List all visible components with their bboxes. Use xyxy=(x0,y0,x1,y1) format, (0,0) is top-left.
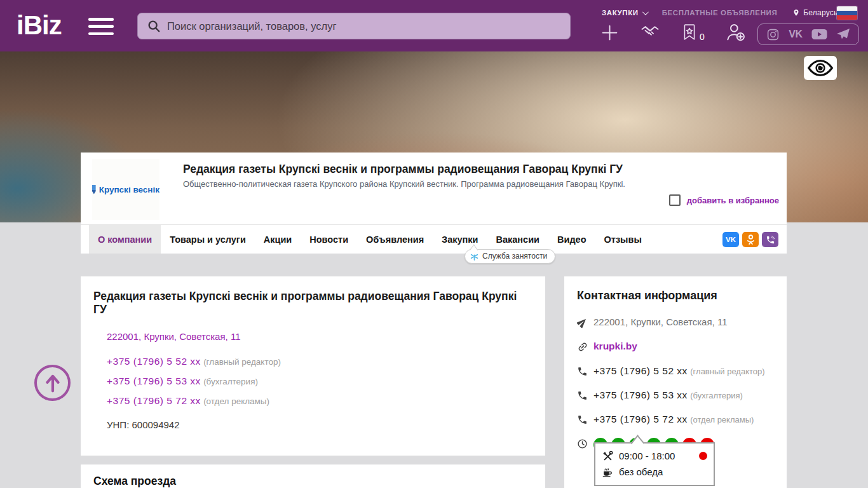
contact-phone-row: +375 (1796) 5 53 xx (бухгалтерия) xyxy=(577,390,774,403)
contact-phone: +375 (1796) 5 52 xx xyxy=(593,365,688,376)
tab-video[interactable]: Видео xyxy=(548,225,595,254)
phone-label: (отдел рекламы) xyxy=(690,415,754,424)
contact-website-row: krupki.by xyxy=(577,341,774,355)
phone-label: (отдел рекламы) xyxy=(203,396,269,406)
about-title: Редакция газеты Крупскі веснік и програм… xyxy=(93,290,526,317)
company-subtitle: Общественно-политическая газета Крупског… xyxy=(183,179,625,189)
schedule-lunch: без обеда xyxy=(619,466,663,477)
zakupki-menu[interactable]: ЗАКУПКИ xyxy=(602,9,647,17)
phone-label: (бухгалтерия) xyxy=(690,391,743,400)
country-selector[interactable]: Беларусь xyxy=(792,8,837,17)
contact-phone: +375 (1796) 5 72 xx xyxy=(593,414,688,424)
add-plus-icon[interactable] xyxy=(600,24,619,42)
ok-person-icon xyxy=(747,234,755,245)
schedule-lunch-row: без обеда xyxy=(602,464,707,480)
youtube-icon[interactable] xyxy=(811,29,827,40)
tab-promos[interactable]: Акции xyxy=(255,225,301,254)
coffee-cup-icon xyxy=(602,466,613,478)
vk-icon[interactable]: VK xyxy=(789,29,802,40)
instagram-icon[interactable] xyxy=(766,28,780,41)
favorites-count: 0 xyxy=(700,32,705,42)
about-phone-row: +375 (1796) 5 53 xx (бухгалтерия) xyxy=(107,376,532,387)
tools-icon xyxy=(602,451,613,462)
closed-now-indicator xyxy=(699,452,707,460)
company-title: Редакция газеты Крупскі веснік и програм… xyxy=(183,163,623,176)
viber-phone-icon xyxy=(766,235,775,245)
favorite-checkbox[interactable] xyxy=(669,194,681,206)
employment-service-badge[interactable]: Служба занятости xyxy=(465,249,555,264)
tab-products[interactable]: Товары и услуги xyxy=(161,225,255,254)
contact-phone-row: +375 (1796) 5 52 xx (главный редактор) xyxy=(577,365,774,379)
handshake-icon[interactable] xyxy=(640,23,660,42)
accessibility-eye-button[interactable] xyxy=(804,56,837,80)
odnoklassniki-button[interactable] xyxy=(742,232,759,247)
favorites-bookmark-icon[interactable]: 0 xyxy=(681,23,705,42)
company-logo: Крупскі веснік xyxy=(92,159,159,220)
tab-about[interactable]: О компании xyxy=(89,225,161,254)
company-tabs: О компании Товары и услуги Акции Новости… xyxy=(81,224,787,254)
map-section: Схема проезда xyxy=(81,464,545,488)
vk-button[interactable]: VK xyxy=(722,232,739,247)
contact-info-section: Контактная информация 222001, Крупки, Со… xyxy=(564,276,787,488)
schedule-hours: 09:00 - 18:00 xyxy=(619,451,675,461)
company-logo-shield-icon xyxy=(92,185,96,194)
favorite-label: добавить в избранное xyxy=(687,196,779,205)
company-card: Крупскі веснік Редакция газеты Крупскі в… xyxy=(81,152,787,254)
company-logo-text: Крупскі веснік xyxy=(99,185,159,194)
tab-news[interactable]: Новости xyxy=(301,225,357,254)
person-add-icon[interactable] xyxy=(726,23,746,42)
free-ads-link[interactable]: БЕСПЛАТНЫЕ ОБЪЯВЛЕНИЯ xyxy=(662,9,778,17)
header: iBiz ЗАКУПКИ БЕСПЛАТНЫЕ ОБЪЯВЛЕНИЯ Белар… xyxy=(0,0,868,51)
tab-reviews[interactable]: Отзывы xyxy=(595,225,651,254)
phone-label: (главный редактор) xyxy=(690,367,764,376)
phone-icon xyxy=(577,365,593,379)
link-icon xyxy=(577,341,593,355)
about-address-link[interactable]: 222001, Крупки, Советская, 11 xyxy=(107,331,532,342)
search-icon xyxy=(147,19,161,33)
ibiz-logo[interactable]: iBiz xyxy=(17,10,62,41)
company-social-buttons: VK xyxy=(722,232,778,247)
tab-ads[interactable]: Объявления xyxy=(357,225,433,254)
about-section: Редакция газеты Крупскі веснік и програм… xyxy=(81,276,545,456)
phone-label: (бухгалтерия) xyxy=(203,377,258,386)
header-top-links: ЗАКУПКИ БЕСПЛАТНЫЕ ОБЪЯВЛЕНИЯ Беларусь xyxy=(602,8,799,17)
phone-link[interactable]: +375 (1796) 5 52 xx xyxy=(107,356,201,367)
phone-label: (главный редактор) xyxy=(203,357,281,367)
contact-address: 222001, Крупки, Советская, 11 xyxy=(593,316,727,327)
location-pin-icon xyxy=(792,8,800,17)
up-arrow-icon xyxy=(43,373,62,393)
navigation-arrow-icon xyxy=(577,316,593,330)
contact-phone-row: +375 (1796) 5 72 xx (отдел рекламы) xyxy=(577,414,774,428)
schedule-tooltip: 09:00 - 18:00 без обеда xyxy=(594,442,715,486)
schedule-hours-row: 09:00 - 18:00 xyxy=(602,448,707,464)
page: iBiz ЗАКУПКИ БЕСПЛАТНЫЕ ОБЪЯВЛЕНИЯ Белар… xyxy=(0,0,868,488)
about-phone-row: +375 (1796) 5 72 xx (отдел рекламы) xyxy=(107,395,532,407)
clock-icon xyxy=(577,438,593,452)
company-unp: УНП: 600094942 xyxy=(107,419,532,430)
header-social-box: VK xyxy=(757,24,859,45)
lang-flag-ru[interactable] xyxy=(837,6,857,20)
phone-icon xyxy=(577,390,593,403)
employment-asterisk-icon xyxy=(470,252,478,261)
viber-button[interactable] xyxy=(762,232,778,247)
telegram-icon[interactable] xyxy=(836,28,850,41)
hamburger-menu-icon[interactable] xyxy=(88,18,114,35)
search-bar xyxy=(137,13,571,39)
website-link[interactable]: krupki.by xyxy=(593,341,637,352)
add-favorite-control[interactable]: добавить в избранное xyxy=(669,194,779,206)
about-phone-row: +375 (1796) 5 52 xx (главный редактор) xyxy=(107,356,532,367)
map-title: Схема проезда xyxy=(93,475,532,488)
contact-info-title: Контактная информация xyxy=(577,289,774,302)
search-input[interactable] xyxy=(167,20,561,32)
employment-label: Служба занятости xyxy=(482,252,547,261)
eye-icon xyxy=(808,60,833,76)
phone-link[interactable]: +375 (1796) 5 72 xx xyxy=(107,395,201,406)
contact-phone: +375 (1796) 5 53 xx xyxy=(593,390,688,400)
phone-link[interactable]: +375 (1796) 5 53 xx xyxy=(107,376,201,386)
contact-address-row: 222001, Крупки, Советская, 11 xyxy=(577,316,774,330)
scroll-to-top-button[interactable] xyxy=(34,365,71,401)
phone-icon xyxy=(577,414,593,428)
header-action-icons: 0 xyxy=(600,23,746,42)
chevron-down-icon xyxy=(642,9,649,15)
